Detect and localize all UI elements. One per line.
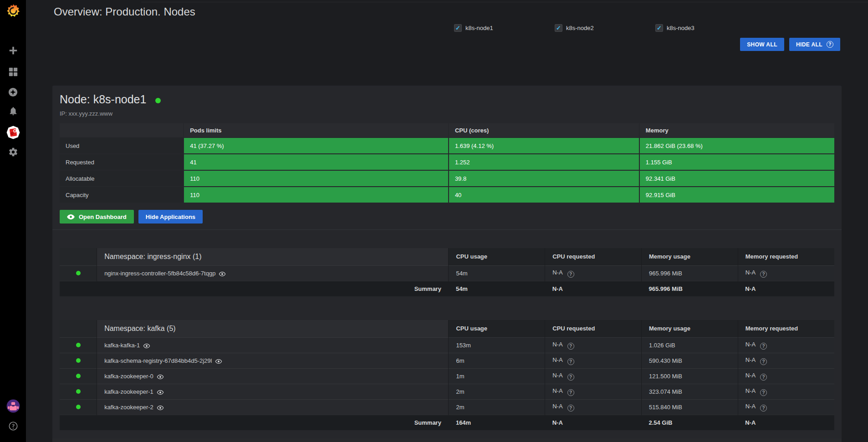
hide-all-button[interactable]: HIDE ALL ? <box>789 38 840 51</box>
pod-name-cell: kafka-zookeeper-2 <box>97 399 449 415</box>
kubegraf-plugin-icon[interactable] <box>0 126 26 139</box>
show-all-button[interactable]: SHOW ALL <box>740 38 784 51</box>
user-avatar[interactable] <box>0 399 26 413</box>
eye-icon[interactable] <box>157 375 164 379</box>
pod-name-cell: kafka-zookeeper-0 <box>97 368 449 384</box>
help-circle-icon[interactable]: ? <box>760 358 767 365</box>
explore-compass-icon[interactable] <box>0 87 26 97</box>
pod-metric-cell: N-A? <box>545 399 642 415</box>
top-buttons: SHOW ALL HIDE ALL ? <box>740 38 840 51</box>
pod-metric-cell: 515.840 MiB <box>641 399 738 415</box>
settings-gear-icon[interactable] <box>0 147 26 157</box>
namespace-title: Namespace: ingress-nginx (1) <box>97 248 449 265</box>
pod-name: kafka-zookeeper-2 <box>104 404 153 411</box>
summary-status-cell <box>60 281 97 296</box>
pod-metric-cell: 2m <box>449 384 545 399</box>
create-plus-icon[interactable] <box>0 46 26 56</box>
pod-metric-cell: N-A? <box>545 337 642 353</box>
help-circle-icon[interactable]: ? <box>567 271 574 278</box>
node-resource-row: Capacity1104092.915 GiB <box>60 187 834 203</box>
pod-metric-cell: N-A? <box>738 399 834 415</box>
resource-value-cell: 21.862 GiB (23.68 %) <box>640 138 834 153</box>
namespace-table: Namespace: ingress-nginx (1)CPU usageCPU… <box>60 248 834 296</box>
pod-name-cell: kafka-zookeeper-1 <box>97 384 449 399</box>
help-circle-icon[interactable]: ? <box>567 374 574 381</box>
help-circle-icon[interactable]: ? <box>567 389 574 396</box>
checkbox[interactable]: ✓ <box>454 24 462 32</box>
panel-divider <box>52 229 842 230</box>
resource-value-cell: 92.341 GiB <box>640 171 834 186</box>
eye-icon[interactable] <box>219 272 226 276</box>
node-resource-row: Used41 (37.27 %)1.639 (4.12 %)21.862 GiB… <box>60 138 834 153</box>
checkbox[interactable]: ✓ <box>655 24 663 32</box>
alerting-bell-icon[interactable] <box>0 106 26 116</box>
metric-column-header: Memory usage <box>641 248 738 265</box>
node-resource-row: Requested411.2521.155 GiB <box>60 154 834 170</box>
pod-name-cell: kafka-kafka-1 <box>97 337 449 353</box>
help-circle-icon[interactable]: ? <box>760 271 767 278</box>
pod-status-dot <box>76 358 81 363</box>
node-checkbox-k8s-node3[interactable]: ✓k8s-node3 <box>655 24 694 32</box>
metric-column-header: CPU usage <box>449 320 545 337</box>
status-column-header <box>60 320 97 337</box>
eye-icon[interactable] <box>215 359 222 364</box>
dashboards-icon[interactable] <box>0 67 26 77</box>
pod-metric-cell: 153m <box>449 337 545 353</box>
namespace-pods-table: Namespace: ingress-nginx (1)CPU usageCPU… <box>60 248 834 296</box>
node-resource-row: Allocatable11039.892.341 GiB <box>60 171 834 186</box>
eye-icon <box>67 214 75 219</box>
eye-icon[interactable] <box>143 344 150 348</box>
checkbox[interactable]: ✓ <box>555 24 562 32</box>
eye-icon[interactable] <box>157 390 164 395</box>
hide-applications-button[interactable]: Hide Applications <box>138 210 203 224</box>
help-icon[interactable] <box>0 421 26 431</box>
pod-metric-cell: 2m <box>449 399 545 415</box>
pod-metric-cell: 6m <box>449 353 545 368</box>
summary-label: Summary <box>97 415 449 430</box>
namespace-tables: Namespace: ingress-nginx (1)CPU usageCPU… <box>60 248 834 430</box>
open-dashboard-label: Open Dashboard <box>79 213 127 220</box>
pod-metric-cell: N-A? <box>738 353 834 368</box>
help-circle-icon[interactable]: ? <box>760 374 767 381</box>
help-circle-icon[interactable]: ? <box>567 358 574 365</box>
pod-status-dot <box>76 389 81 394</box>
pod-metric-cell: 1.026 GiB <box>641 337 738 353</box>
pod-name: kafka-zookeeper-0 <box>104 373 153 380</box>
help-circle-icon[interactable]: ? <box>760 405 767 412</box>
summary-value-cell: N-A <box>738 415 834 430</box>
help-circle-icon[interactable]: ? <box>760 343 767 350</box>
pod-name: kafka-schema-registry-67d84bb4d5-2j29l <box>104 357 212 364</box>
grafana-logo-icon[interactable] <box>0 4 26 18</box>
summary-row: Summary164mN-A2.54 GiBN-A <box>60 415 834 430</box>
pod-metric-cell: 121.500 MiB <box>641 368 738 384</box>
pod-metric-cell: 54m <box>449 265 545 281</box>
resource-value-cell: 110 <box>184 187 448 203</box>
next-section-peek <box>52 438 842 442</box>
pod-status-dot <box>76 271 81 275</box>
metric-column-header: Memory requested <box>738 320 834 337</box>
node-panel: Node: k8s-node1 IP: xxx.yyy.zzz.www Pods… <box>52 86 842 442</box>
pod-metric-cell: 590.430 MiB <box>641 353 738 368</box>
pod-metric-cell: N-A? <box>545 368 642 384</box>
pod-status-cell <box>60 399 97 415</box>
eye-icon[interactable] <box>157 406 164 410</box>
metric-column-header: CPU requested <box>545 248 642 265</box>
help-circle-icon[interactable]: ? <box>760 389 767 396</box>
open-dashboard-button[interactable]: Open Dashboard <box>60 210 134 224</box>
node-col-header-empty <box>60 123 183 137</box>
checkbox-label: k8s-node1 <box>465 25 493 31</box>
help-circle-icon[interactable]: ? <box>567 343 574 350</box>
node-checkbox-k8s-node1[interactable]: ✓k8s-node1 <box>454 24 493 32</box>
resource-value-cell: 1.252 <box>449 154 639 170</box>
metric-column-header: Memory usage <box>641 320 738 337</box>
namespace-title: Namespace: kafka (5) <box>97 320 449 337</box>
summary-value-cell: 965.996 MiB <box>641 281 738 296</box>
help-circle-icon[interactable]: ? <box>567 405 574 412</box>
node-checkbox-k8s-node2[interactable]: ✓k8s-node2 <box>555 24 594 32</box>
pod-metric-cell: N-A? <box>738 265 834 281</box>
node-col-header: Pods limits <box>184 123 448 137</box>
summary-value-cell: N-A <box>545 415 642 430</box>
show-all-label: SHOW ALL <box>747 41 777 48</box>
summary-value-cell: N-A <box>545 281 642 296</box>
hide-all-label: HIDE ALL <box>796 41 822 48</box>
